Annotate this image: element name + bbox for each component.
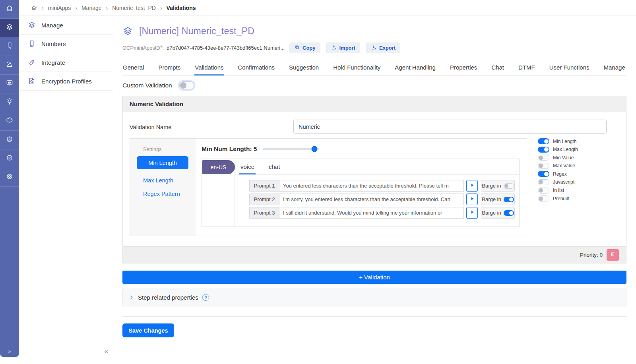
breadcrumb-separator: › — [42, 5, 44, 11]
validation-name-label: Validation Name — [130, 124, 171, 130]
cloud-icon — [6, 116, 14, 126]
channel-tab-voice[interactable]: voice — [239, 159, 256, 174]
play-prompt-button[interactable] — [466, 207, 478, 219]
rail-insights-button[interactable] — [0, 93, 19, 112]
sidebar-item-manage[interactable]: Manage — [19, 16, 113, 35]
sidebar-collapse-button[interactable]: « — [19, 345, 113, 357]
prompt-text-input[interactable]: I still didn't understand. Would you min… — [279, 207, 464, 219]
validator-toggle[interactable] — [538, 147, 549, 153]
settings-item-regex-pattern[interactable]: Regex Pattern — [143, 191, 180, 197]
save-changes-button[interactable]: Save Changes — [122, 323, 174, 337]
validator-toggle[interactable] — [538, 196, 549, 201]
settings-item-max-length[interactable]: Max Length — [143, 177, 173, 184]
channel-tab-chat[interactable]: chat — [268, 159, 281, 174]
breadcrumb-item-app[interactable]: Numeric_test_PD — [112, 5, 156, 11]
help-icon[interactable]: ? — [202, 294, 209, 301]
settings-item-min-length[interactable]: Min Length — [137, 156, 188, 169]
tab-user-functions[interactable]: User Functions — [549, 64, 590, 76]
rail-support-button[interactable] — [0, 168, 19, 187]
validation-name-input[interactable]: Numeric — [293, 120, 607, 134]
export-button[interactable]: Export — [366, 43, 400, 53]
play-prompt-button[interactable] — [466, 180, 478, 192]
app-window: » › miniApps › Manage › Numeric_test_PD … — [0, 0, 636, 364]
prompt-label: Prompt 2 — [249, 194, 279, 205]
rail-home-button[interactable] — [0, 0, 19, 19]
sidebar-item-numbers[interactable]: Numbers — [19, 35, 113, 53]
link-icon — [28, 58, 36, 66]
play-prompt-button[interactable] — [466, 194, 478, 205]
breadcrumb-separator: › — [160, 5, 162, 11]
prompt-text-input[interactable]: I'm sorry, you entered less characters t… — [279, 194, 464, 205]
min-num-length-slider[interactable] — [263, 148, 319, 150]
phone-cord-icon — [6, 42, 14, 51]
trash-icon — [610, 251, 616, 259]
rail-cloud-button[interactable] — [0, 112, 19, 131]
tab-prompts[interactable]: Prompts — [158, 64, 181, 76]
rail-expand-button[interactable]: » — [0, 345, 19, 357]
copy-button[interactable]: Copy — [289, 43, 320, 53]
rail-feedback-button[interactable] — [0, 75, 19, 93]
tab-chat[interactable]: Chat — [491, 64, 504, 76]
lifebuoy-icon — [6, 172, 14, 182]
tab-suggestion[interactable]: Suggestion — [289, 64, 319, 76]
prompt-label: Prompt 1 — [249, 180, 279, 192]
double-chevron-right-icon: » — [8, 348, 11, 354]
breadcrumb-item-miniapps[interactable]: miniApps — [48, 5, 71, 11]
mobile-phone-icon — [28, 40, 36, 48]
tab-validations[interactable]: Validations — [194, 64, 224, 76]
tab-hold-functionality[interactable]: Hold Functionality — [333, 64, 381, 76]
delete-validation-button[interactable] — [607, 249, 619, 261]
tab-dtmf[interactable]: DTMF — [518, 64, 535, 76]
prompt-text-input[interactable]: You entered less characters than the acc… — [279, 180, 464, 192]
barge-in-toggle[interactable] — [504, 183, 514, 189]
language-tab-en-us[interactable]: en-US — [202, 160, 235, 174]
validator-toggle[interactable] — [538, 179, 549, 185]
breadcrumb-home-icon[interactable] — [31, 5, 37, 11]
validator-toggle[interactable] — [538, 155, 549, 161]
barge-in-toggle[interactable] — [504, 210, 514, 216]
import-button[interactable]: Import — [326, 43, 360, 53]
sidebar-item-encryption-profiles[interactable]: Encryption Profiles — [19, 72, 113, 91]
prompt-row-3: Prompt 3 I still didn't understand. Woul… — [249, 207, 519, 219]
copy-icon — [294, 45, 300, 51]
validator-toggle[interactable] — [538, 138, 549, 144]
barge-in-toggle[interactable] — [504, 197, 514, 202]
rail-tools-button[interactable] — [0, 56, 19, 75]
double-chevron-left-icon: « — [105, 347, 108, 355]
slider-thumb[interactable] — [312, 146, 318, 152]
sidebar-item-label: Numbers — [41, 41, 66, 47]
breadcrumb: › miniApps › Manage › Numeric_test_PD › … — [19, 0, 636, 16]
prompt-row-2: Prompt 2 I'm sorry, you entered less cha… — [249, 194, 519, 205]
step-related-properties-expander[interactable]: Step related properties ? — [122, 288, 626, 307]
sidebar-item-integrate[interactable]: Integrate — [19, 53, 113, 72]
sidebar-item-label: Integrate — [41, 59, 65, 66]
add-validation-button[interactable]: + Validation — [122, 271, 626, 284]
tab-properties[interactable]: Properties — [450, 64, 477, 76]
download-icon — [371, 45, 376, 51]
rail-admin-button[interactable] — [0, 131, 19, 149]
user-gear-icon — [6, 135, 14, 145]
validator-toggle[interactable] — [538, 163, 549, 169]
breadcrumb-item-manage[interactable]: Manage — [81, 5, 102, 11]
card-title: Numeric Validation — [123, 96, 626, 112]
validator-toggle[interactable] — [538, 171, 549, 177]
settings-box: Settings Min Length Max Length Regex Pat… — [130, 138, 527, 236]
home-icon — [6, 4, 14, 14]
validator-row-min-value: Min Value — [538, 155, 578, 161]
rail-numbers-button[interactable] — [0, 37, 19, 56]
min-num-length-label: Min Num Length: 5 — [202, 145, 257, 153]
prompt-label: Prompt 3 — [249, 207, 279, 219]
tab-agent-handling[interactable]: Agent Handling — [394, 64, 436, 76]
priority-label: Priority: 0 — [580, 252, 603, 258]
tab-manage-languages[interactable]: Manage L — [603, 64, 626, 76]
app-id-value: d7b7d047-4785-43ee-8e77-743bdff65ec1.Num… — [167, 45, 285, 51]
custom-validation-toggle[interactable] — [179, 81, 194, 89]
tab-confirmations[interactable]: Confirmations — [238, 64, 275, 76]
rail-miniapps-button[interactable] — [0, 19, 19, 37]
validator-toggle[interactable] — [538, 188, 549, 194]
custom-validation-label: Custom Validation — [122, 82, 172, 89]
rail-quality-button[interactable] — [0, 149, 19, 168]
app-id-label: OCPminiAppsID®: — [122, 45, 164, 51]
tab-general[interactable]: General — [122, 64, 144, 76]
play-icon — [469, 196, 475, 203]
